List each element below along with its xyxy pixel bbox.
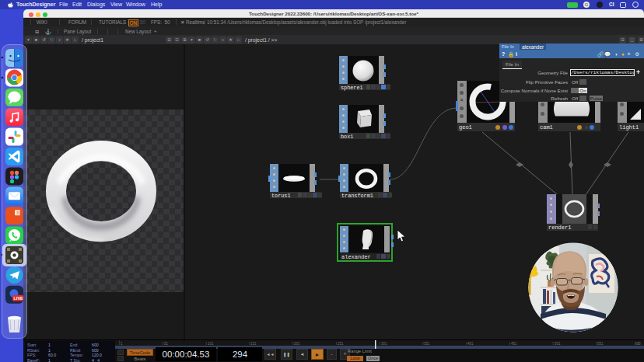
- svg-text:401: 401: [467, 342, 474, 346]
- svg-text:351: 351: [424, 342, 430, 346]
- svg-text:551: 551: [597, 342, 604, 346]
- svg-text:151: 151: [250, 342, 257, 346]
- svg-text:251: 251: [338, 342, 344, 346]
- svg-text:31: 31: [16, 211, 21, 215]
- svg-text:LIVE: LIVE: [14, 296, 24, 301]
- svg-text:501: 501: [555, 342, 561, 346]
- svg-text:51: 51: [164, 342, 169, 346]
- svg-text:451: 451: [511, 342, 517, 346]
- svg-text:301: 301: [381, 342, 387, 346]
- svg-text:101: 101: [208, 342, 214, 346]
- svg-text:600: 600: [635, 342, 641, 346]
- svg-text:201: 201: [294, 342, 300, 346]
